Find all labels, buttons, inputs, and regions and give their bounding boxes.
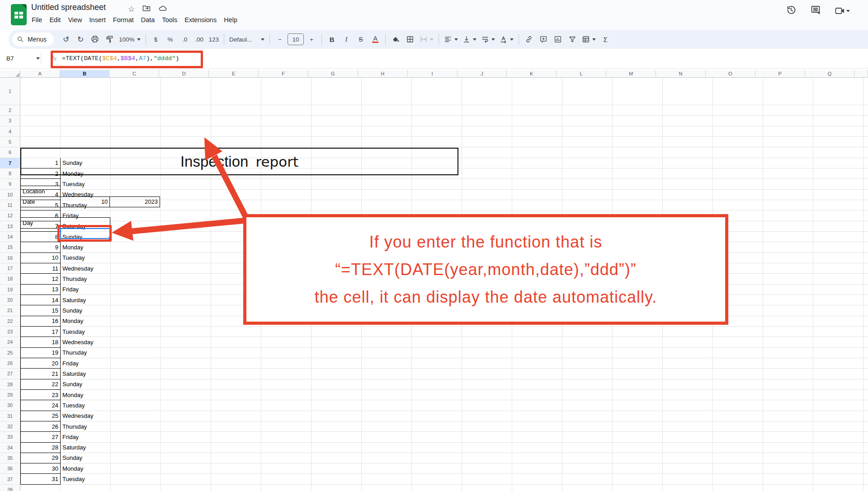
cell-O8[interactable]	[713, 168, 763, 179]
cell-G9[interactable]	[311, 179, 362, 189]
cell-P11[interactable]	[763, 200, 813, 210]
cell-D16[interactable]	[161, 253, 211, 263]
cell-A14[interactable]: 8	[20, 232, 61, 242]
cell-G34[interactable]	[311, 443, 362, 453]
cell-J7[interactable]	[462, 158, 512, 168]
cell-D26[interactable]	[161, 358, 211, 369]
cell-M3[interactable]	[613, 116, 663, 126]
cell-N30[interactable]	[663, 400, 713, 411]
cell-L10[interactable]	[562, 190, 613, 200]
cell-M27[interactable]	[613, 369, 663, 379]
cell-H37[interactable]	[362, 474, 412, 484]
cell-F36[interactable]	[261, 463, 311, 474]
cell-A18[interactable]: 12	[20, 274, 61, 284]
cell-F23[interactable]	[261, 327, 311, 337]
cell-G24[interactable]	[311, 337, 362, 347]
row-header-13[interactable]: 13	[0, 221, 20, 232]
cell-K3[interactable]	[512, 116, 562, 126]
meet-camera-icon[interactable]	[835, 5, 850, 16]
cell-H33[interactable]	[362, 432, 412, 442]
cell-N29[interactable]	[663, 390, 713, 400]
cell-Q7[interactable]	[813, 158, 863, 168]
search-menus-button[interactable]: Menus	[12, 33, 54, 46]
cell-K8[interactable]	[512, 168, 562, 179]
cell-L30[interactable]	[562, 400, 613, 411]
cell-B19[interactable]: Friday	[61, 285, 111, 295]
cell-N33[interactable]	[663, 432, 713, 442]
cell-B37[interactable]: Tuesday	[61, 474, 111, 484]
cell-P22[interactable]	[763, 316, 813, 327]
cell-J2[interactable]	[462, 105, 512, 116]
cell-A17[interactable]: 11	[20, 263, 61, 274]
cell-Q32[interactable]	[813, 421, 863, 432]
cell-L2[interactable]	[562, 105, 613, 116]
cell-H24[interactable]	[362, 337, 412, 347]
cell-H31[interactable]	[362, 411, 412, 421]
cell-I29[interactable]	[412, 390, 462, 400]
cell-P23[interactable]	[763, 327, 813, 337]
cell-C37[interactable]	[111, 474, 161, 484]
cell-O36[interactable]	[713, 463, 763, 474]
cell-Q14[interactable]	[813, 232, 863, 242]
cell-O25[interactable]	[713, 348, 763, 358]
name-box-caret-icon[interactable]	[36, 57, 40, 60]
cell-F11[interactable]	[261, 200, 311, 210]
increase-decimal-button[interactable]: .00	[193, 33, 206, 46]
cell-K2[interactable]	[512, 105, 562, 116]
cell-K37[interactable]	[512, 474, 562, 484]
cell-E23[interactable]	[211, 327, 261, 337]
cell-B26[interactable]: Friday	[61, 358, 111, 369]
cell-Q15[interactable]	[813, 242, 863, 253]
cell-K10[interactable]	[512, 190, 562, 200]
cell-O26[interactable]	[713, 358, 763, 369]
cell-K27[interactable]	[512, 369, 562, 379]
cell-I36[interactable]	[412, 463, 462, 474]
increase-font-size-button[interactable]: +	[305, 33, 318, 46]
row-header-16[interactable]: 16	[0, 253, 20, 263]
column-header-E[interactable]: E	[209, 70, 259, 78]
cell-D19[interactable]	[161, 285, 211, 295]
cell-D28[interactable]	[161, 379, 211, 390]
cell-G23[interactable]	[311, 327, 362, 337]
cell-N6[interactable]	[663, 147, 713, 158]
cell-N27[interactable]	[663, 369, 713, 379]
cell-L35[interactable]	[562, 453, 613, 463]
cell-C34[interactable]	[111, 443, 161, 453]
cell-C25[interactable]	[111, 348, 161, 358]
cell-B30[interactable]: Tuesday	[61, 400, 111, 411]
cell-M24[interactable]	[613, 337, 663, 347]
row-header-1[interactable]: 1	[0, 78, 20, 105]
cell-I25[interactable]	[412, 348, 462, 358]
cell-K36[interactable]	[512, 463, 562, 474]
cell-P37[interactable]	[763, 474, 813, 484]
cell-C32[interactable]	[111, 421, 161, 432]
row-header-4[interactable]: 4	[0, 126, 20, 137]
cell-D22[interactable]	[161, 316, 211, 327]
cell-C1[interactable]	[111, 78, 161, 105]
cell-L31[interactable]	[562, 411, 613, 421]
cell-E37[interactable]	[211, 474, 261, 484]
cell-I37[interactable]	[412, 474, 462, 484]
cell-C27[interactable]	[111, 369, 161, 379]
cell-I3[interactable]	[412, 116, 462, 126]
cell-G35[interactable]	[311, 453, 362, 463]
cell-D2[interactable]	[161, 105, 211, 116]
cell-K35[interactable]	[512, 453, 562, 463]
menu-help[interactable]: Help	[220, 15, 241, 25]
cell-F10[interactable]	[261, 190, 311, 200]
cell-L6[interactable]	[562, 147, 613, 158]
cell-month-value[interactable]: 10	[61, 197, 110, 207]
cell-L27[interactable]	[562, 369, 613, 379]
cell-H4[interactable]	[362, 126, 412, 137]
cell-D21[interactable]	[161, 305, 211, 316]
cell-O10[interactable]	[713, 190, 763, 200]
cell-G28[interactable]	[311, 379, 362, 390]
cell-Q25[interactable]	[813, 348, 863, 358]
cell-K38[interactable]	[512, 485, 562, 491]
cell-K6[interactable]	[512, 147, 562, 158]
cell-O5[interactable]	[713, 137, 763, 147]
cell-O28[interactable]	[713, 379, 763, 390]
cell-E4[interactable]	[211, 126, 261, 137]
cell-I23[interactable]	[412, 327, 462, 337]
cell-F38[interactable]	[261, 485, 311, 491]
